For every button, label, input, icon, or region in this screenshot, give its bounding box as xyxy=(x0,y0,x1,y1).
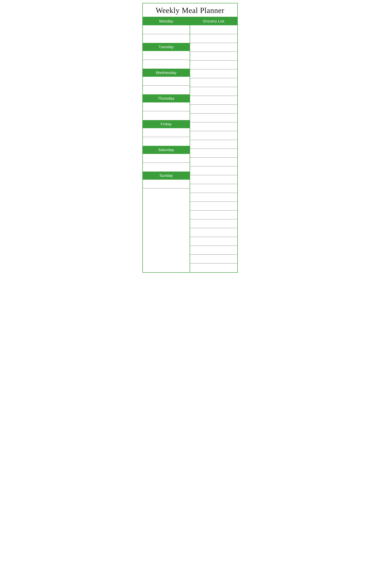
page-title: Weekly Meal Planner xyxy=(143,3,237,17)
grocery-row-12[interactable] xyxy=(190,122,237,131)
day-header-friday: Friday xyxy=(143,120,190,128)
day-section-saturday: Saturday xyxy=(143,146,190,171)
meal-row-tuesday-1[interactable] xyxy=(143,51,190,60)
meal-row-thursday-1[interactable] xyxy=(143,103,190,111)
grocery-row-27[interactable] xyxy=(190,255,237,263)
day-header-monday: Monday xyxy=(143,17,190,25)
meal-row-monday-2[interactable] xyxy=(143,34,190,43)
meal-row-friday-2[interactable] xyxy=(143,137,190,146)
day-header-wednesday: Wednesday xyxy=(143,69,190,77)
meal-row-saturday-1[interactable] xyxy=(143,154,190,163)
meal-row-sunday-1[interactable] xyxy=(143,180,190,189)
meal-row-thursday-2[interactable] xyxy=(143,111,190,120)
grocery-row-5[interactable] xyxy=(190,61,237,69)
grocery-row-6[interactable] xyxy=(190,69,237,78)
grocery-row-10[interactable] xyxy=(190,105,237,113)
grocery-row-26[interactable] xyxy=(190,246,237,255)
day-header-thursday: Thursday xyxy=(143,94,190,103)
grocery-row-11[interactable] xyxy=(190,113,237,122)
day-section-friday: Friday xyxy=(143,120,190,146)
day-section-wednesday: Wednesday xyxy=(143,69,190,94)
grocery-row-17[interactable] xyxy=(190,167,237,175)
day-section-thursday: Thursday xyxy=(143,94,190,120)
grocery-row-3[interactable] xyxy=(190,43,237,52)
grocery-row-2[interactable] xyxy=(190,34,237,43)
day-header-sunday: Sunday xyxy=(143,171,190,180)
grocery-row-15[interactable] xyxy=(190,149,237,158)
grocery-row-23[interactable] xyxy=(190,219,237,228)
grocery-row-16[interactable] xyxy=(190,158,237,167)
meal-row-tuesday-2[interactable] xyxy=(143,60,190,69)
planner-container: Weekly Meal Planner Monday Tuesday Wedne… xyxy=(142,3,238,273)
grocery-column: Grocery List xyxy=(190,17,237,272)
grocery-row-28[interactable] xyxy=(190,263,237,272)
grocery-list-header: Grocery List xyxy=(190,17,237,25)
planner-grid: Monday Tuesday Wednesday Thursday xyxy=(143,17,237,272)
meal-row-monday-1[interactable] xyxy=(143,25,190,34)
meal-row-sunday-2[interactable] xyxy=(143,189,190,197)
grocery-row-21[interactable] xyxy=(190,202,237,210)
grocery-row-19[interactable] xyxy=(190,184,237,193)
grocery-row-14[interactable] xyxy=(190,140,237,149)
grocery-row-9[interactable] xyxy=(190,96,237,105)
grocery-row-22[interactable] xyxy=(190,210,237,219)
days-column: Monday Tuesday Wednesday Thursday xyxy=(143,17,190,272)
grocery-row-25[interactable] xyxy=(190,237,237,246)
day-header-saturday: Saturday xyxy=(143,146,190,154)
meal-row-wednesday-1[interactable] xyxy=(143,77,190,85)
grocery-row-13[interactable] xyxy=(190,131,237,140)
meal-row-wednesday-2[interactable] xyxy=(143,85,190,94)
grocery-row-20[interactable] xyxy=(190,193,237,202)
meal-row-saturday-2[interactable] xyxy=(143,163,190,171)
meal-row-friday-1[interactable] xyxy=(143,128,190,137)
grocery-row-1[interactable] xyxy=(190,25,237,34)
grocery-row-7[interactable] xyxy=(190,78,237,87)
grocery-row-8[interactable] xyxy=(190,87,237,96)
day-section-monday: Monday xyxy=(143,17,190,43)
grocery-row-18[interactable] xyxy=(190,175,237,184)
grocery-row-4[interactable] xyxy=(190,52,237,61)
day-header-tuesday: Tuesday xyxy=(143,43,190,51)
day-section-sunday: Sunday xyxy=(143,171,190,197)
day-section-tuesday: Tuesday xyxy=(143,43,190,69)
grocery-row-24[interactable] xyxy=(190,228,237,237)
